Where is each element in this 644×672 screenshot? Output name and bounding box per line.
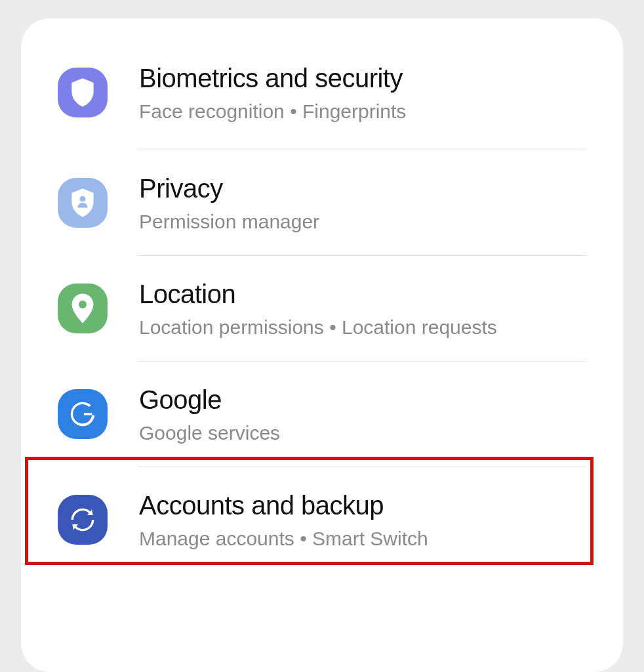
svg-point-1 <box>79 301 87 308</box>
settings-item-privacy[interactable]: Privacy Permission manager <box>21 150 623 255</box>
svg-point-0 <box>80 196 86 202</box>
settings-item-title: Location <box>139 278 586 310</box>
shield-icon <box>58 68 108 117</box>
settings-item-title: Google <box>139 383 586 416</box>
settings-item-biometrics[interactable]: Biometrics and security Face recognition… <box>21 45 623 150</box>
settings-item-subtitle: Permission manager <box>139 209 586 234</box>
location-pin-icon <box>58 284 108 333</box>
privacy-shield-icon <box>58 178 108 228</box>
settings-item-subtitle: Face recognition • Fingerprints <box>139 98 586 124</box>
settings-card: Biometrics and security Face recognition… <box>21 18 623 672</box>
settings-item-subtitle: Manage accounts • Smart Switch <box>139 526 586 551</box>
google-g-icon <box>58 389 108 439</box>
settings-item-title: Biometrics and security <box>139 62 586 94</box>
settings-item-title: Privacy <box>139 172 586 205</box>
settings-item-subtitle: Google services <box>139 420 586 446</box>
settings-item-google[interactable]: Google Google services <box>21 362 623 467</box>
sync-icon <box>58 495 108 545</box>
settings-item-title: Accounts and backup <box>139 489 586 522</box>
settings-item-accounts-backup[interactable]: Accounts and backup Manage accounts • Sm… <box>21 467 623 572</box>
settings-item-subtitle: Location permissions • Location requests <box>139 314 586 340</box>
settings-item-location[interactable]: Location Location permissions • Location… <box>21 256 623 361</box>
